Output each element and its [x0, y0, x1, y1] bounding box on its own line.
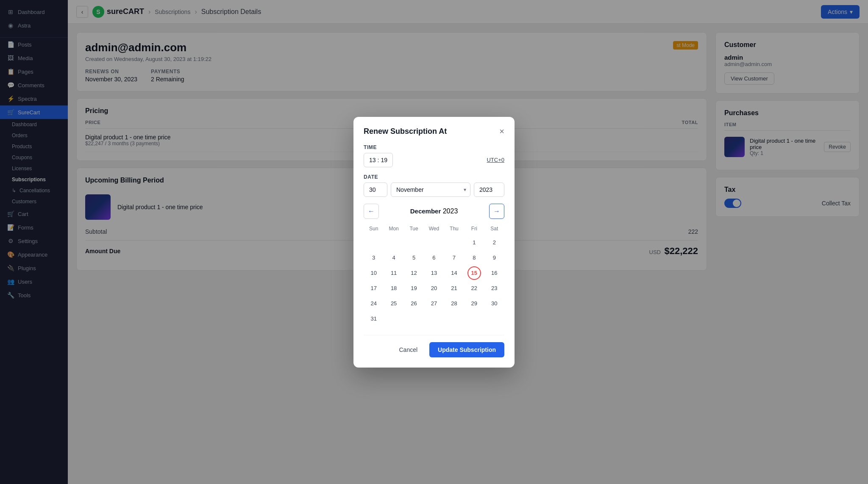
- calendar-day[interactable]: 21: [447, 282, 461, 295]
- modal-title: Renew Subscription At: [364, 127, 447, 136]
- calendar-day[interactable]: 29: [467, 297, 481, 310]
- date-day-input[interactable]: [364, 183, 387, 197]
- calendar-day[interactable]: 17: [367, 282, 381, 295]
- calendar-day[interactable]: 16: [487, 266, 501, 280]
- calendar-prev-button[interactable]: ←: [364, 204, 379, 219]
- date-row: January February March April May June Ju…: [364, 183, 504, 197]
- time-input[interactable]: 13 : 19: [364, 153, 393, 167]
- calendar-day[interactable]: 24: [367, 297, 381, 310]
- calendar-day[interactable]: 18: [387, 282, 401, 295]
- cancel-button[interactable]: Cancel: [392, 342, 425, 357]
- calendar-day[interactable]: 30: [487, 297, 501, 310]
- calendar-day-headers: Sun Mon Tue Wed Thu Fri Sat: [364, 224, 504, 233]
- calendar-year-val: 2023: [443, 207, 458, 215]
- calendar-day[interactable]: 15: [467, 266, 481, 280]
- calendar-nav: ← December 2023 →: [364, 204, 504, 219]
- calendar-day[interactable]: 13: [427, 266, 441, 280]
- calendar-day[interactable]: 10: [367, 266, 381, 280]
- time-label: TIME: [364, 144, 504, 150]
- calendar-day-empty: [387, 236, 401, 249]
- date-month-select[interactable]: January February March April May June Ju…: [391, 183, 470, 197]
- calendar-day[interactable]: 19: [407, 282, 421, 295]
- calendar-day[interactable]: 28: [447, 297, 461, 310]
- date-label: DATE: [364, 174, 504, 180]
- calendar-day[interactable]: 23: [487, 282, 501, 295]
- calendar-day[interactable]: 2: [487, 236, 501, 249]
- calendar-day[interactable]: 6: [427, 251, 441, 265]
- calendar-day[interactable]: 9: [487, 251, 501, 265]
- calendar-day-empty: [447, 236, 461, 249]
- calendar-day[interactable]: 27: [427, 297, 441, 310]
- calendar-day[interactable]: 1: [467, 236, 481, 249]
- calendar-day[interactable]: 11: [387, 266, 401, 280]
- calendar-day[interactable]: 3: [367, 251, 381, 265]
- calendar-day[interactable]: 5: [407, 251, 421, 265]
- calendar-day-empty: [427, 236, 441, 249]
- modal-close-button[interactable]: ×: [499, 127, 504, 136]
- calendar-day[interactable]: 7: [447, 251, 461, 265]
- chevron-right-icon: →: [493, 207, 500, 215]
- calendar-day-empty: [407, 236, 421, 249]
- date-year-input[interactable]: [474, 183, 504, 197]
- modal-footer: Cancel Update Subscription: [364, 335, 504, 357]
- calendar-grid: ← December 2023 → Sun Mon Tue Wed Thu Fr…: [364, 204, 504, 326]
- calendar-day[interactable]: 4: [387, 251, 401, 265]
- calendar-day-empty: [367, 236, 381, 249]
- calendar-days: 1234567891011121314151617181920212223242…: [364, 235, 504, 326]
- calendar-day[interactable]: 22: [467, 282, 481, 295]
- calendar-month: December: [410, 207, 441, 215]
- modal-overlay: Renew Subscription At × TIME 13 : 19 UTC…: [0, 0, 868, 484]
- renew-subscription-modal: Renew Subscription At × TIME 13 : 19 UTC…: [353, 117, 515, 368]
- calendar-next-button[interactable]: →: [489, 204, 504, 219]
- calendar-day[interactable]: 20: [427, 282, 441, 295]
- calendar-day[interactable]: 12: [407, 266, 421, 280]
- update-subscription-button[interactable]: Update Subscription: [429, 342, 504, 357]
- time-hours: 13: [369, 157, 376, 163]
- utc-label[interactable]: UTC+0: [487, 157, 504, 163]
- calendar-day[interactable]: 25: [387, 297, 401, 310]
- calendar-day[interactable]: 14: [447, 266, 461, 280]
- time-row: 13 : 19 UTC+0: [364, 153, 504, 167]
- modal-header: Renew Subscription At ×: [364, 127, 504, 136]
- calendar-day[interactable]: 26: [407, 297, 421, 310]
- time-minutes: 19: [381, 157, 387, 163]
- chevron-left-icon: ←: [368, 207, 375, 215]
- calendar-day[interactable]: 31: [367, 312, 381, 326]
- calendar-day[interactable]: 8: [467, 251, 481, 265]
